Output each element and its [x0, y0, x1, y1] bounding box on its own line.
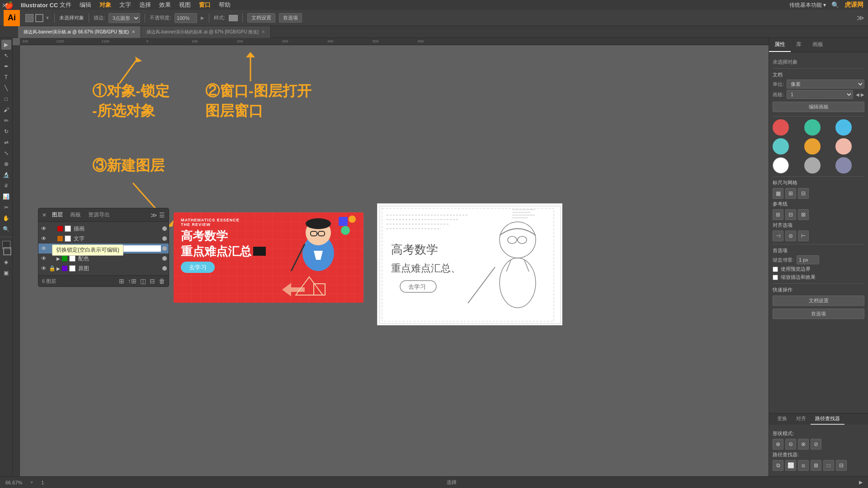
layers-close-btn[interactable]: ✕ [42, 212, 47, 218]
move-to-new-layer[interactable]: ↑⊞ [128, 277, 137, 285]
tab-copy-close[interactable]: ✕ [261, 29, 265, 34]
unit-select[interactable]: 像素 [787, 80, 864, 89]
layer-3-visibility[interactable]: 👁 [40, 245, 47, 252]
swatch-grey[interactable] [804, 157, 821, 174]
align-right[interactable]: ⊢ [798, 230, 809, 241]
scale-corners-checkbox[interactable] [773, 275, 778, 280]
layer-4-visibility[interactable]: 👁 [40, 255, 47, 262]
keyboard-increment-input[interactable] [797, 255, 819, 264]
edit-artboard-btn[interactable]: 编辑画板 [773, 102, 864, 112]
tab-copy[interactable]: 插边风-banner演示稿的副本.ai @ 67% [RGB/GPU 推送] ✕ [141, 26, 271, 38]
trim-btn[interactable]: ⬜ [785, 460, 796, 471]
new-layer-btn[interactable]: ⊞ [119, 277, 124, 285]
menu-object[interactable]: 对象 [99, 1, 111, 9]
stroke-color[interactable] [35, 14, 43, 22]
banner-btn[interactable]: 去学习 [181, 262, 215, 273]
screen-mode[interactable]: ▣ [1, 268, 11, 278]
layer-row-2[interactable]: 👁 文字 [38, 234, 169, 244]
rect-tool[interactable]: □ [1, 94, 11, 104]
swatch-peach[interactable] [835, 138, 852, 155]
chart-tool[interactable]: 📊 [1, 192, 11, 202]
opacity-input[interactable] [175, 13, 197, 23]
doc-settings-btn[interactable]: 文档设置 [247, 13, 275, 23]
quick-doc-settings[interactable]: 文档设置 [773, 296, 864, 306]
assets-tab[interactable]: 资源导出 [86, 210, 112, 220]
menu-type[interactable]: 文字 [119, 1, 131, 9]
opacity-arrow[interactable]: ▶ [201, 15, 204, 20]
workspace-selector[interactable]: 传统基本功能 ▾ [789, 1, 826, 9]
pen-tool[interactable]: ✒ [1, 61, 11, 71]
pencil-tool[interactable]: ✏ [1, 116, 11, 126]
guide-icon-3[interactable]: ⊠ [798, 209, 809, 220]
hand-tool[interactable]: ✋ [1, 213, 11, 223]
swatch-white[interactable] [773, 157, 789, 174]
guide-icon-2[interactable]: ⊟ [785, 209, 796, 220]
grid-icon-3[interactable]: ⊟ [798, 188, 809, 199]
properties-tab[interactable]: 属性 [769, 38, 791, 52]
unite-btn[interactable]: ⊕ [773, 439, 783, 450]
create-new-sublayer[interactable]: ⊟ [150, 277, 155, 285]
style-swatch[interactable] [229, 15, 238, 21]
eyedropper-tool[interactable]: 🔬 [1, 170, 11, 180]
exclude-btn[interactable]: ⊘ [811, 439, 821, 450]
preferences-btn[interactable]: 首选项 [279, 13, 302, 23]
layer-1-name[interactable]: 描画 [74, 225, 161, 233]
layer-2-name[interactable]: 文字 [74, 235, 161, 243]
swatch-teal[interactable] [804, 119, 821, 136]
swatch-cyan[interactable] [773, 138, 789, 155]
artboards-tab[interactable]: 画板 [68, 210, 83, 220]
search-icon[interactable]: 🔍 [831, 1, 839, 9]
artboards-tab-right[interactable]: 画板 [807, 38, 829, 52]
layer-5-lock[interactable]: 🔒 [48, 265, 56, 272]
fill-color[interactable] [25, 14, 33, 22]
mirror-tool[interactable]: ⇌ [1, 137, 11, 147]
type-tool[interactable]: T [1, 72, 11, 82]
align-tab[interactable]: 对齐 [792, 413, 811, 425]
menu-window[interactable]: 窗口 [199, 1, 211, 9]
slice-tool[interactable]: ✂ [1, 202, 11, 212]
intersect-btn[interactable]: ⊗ [798, 439, 809, 450]
layer-4-name[interactable]: 配色 [78, 255, 161, 263]
layer-5-expand[interactable]: ▶ [57, 266, 60, 271]
direct-select-tool[interactable]: ↖ [1, 51, 11, 61]
swatch-red[interactable] [773, 119, 789, 136]
libraries-tab[interactable]: 库 [791, 38, 807, 52]
draw-mode[interactable]: ◈ [1, 257, 11, 267]
paintbrush-tool[interactable]: 🖌 [1, 105, 11, 115]
swatch-blue[interactable] [835, 119, 852, 136]
rotate-tool[interactable]: ↻ [1, 127, 11, 136]
align-center[interactable]: ⊜ [785, 230, 796, 241]
layers-tab[interactable]: 图层 [50, 210, 65, 220]
tab-main[interactable]: 插边风-banner演示稿.ai @ 66.67% (RGB/GPU 预览) ✕ [18, 26, 141, 38]
layer-5-visibility[interactable]: 👁 [40, 265, 47, 272]
line-tool[interactable]: ╲ [1, 83, 11, 93]
menu-file[interactable]: 文件 [60, 1, 71, 9]
stroke-select[interactable]: 3点圆形 [108, 13, 140, 23]
swatch-purple-grey[interactable] [835, 157, 852, 174]
align-left[interactable]: ⊣ [773, 230, 783, 241]
pathfinder-tab[interactable]: 路径查找器 [811, 413, 844, 425]
preview-bounds-checkbox[interactable] [773, 267, 778, 272]
play-btn[interactable]: ▶ [859, 479, 863, 485]
minus-back-btn[interactable]: ⊟ [836, 460, 847, 471]
select-tool[interactable]: ▶ [1, 40, 11, 50]
transform-tab[interactable]: 变换 [773, 413, 792, 425]
canvas-area[interactable]: 300 1200 1100 0 100 200 300 400 500 600 … [13, 38, 769, 476]
crop-btn[interactable]: ⊠ [811, 460, 821, 471]
artboard-arrows[interactable]: ◀ ▶ [856, 92, 864, 97]
menu-edit[interactable]: 编辑 [80, 1, 91, 9]
stroke-swatch[interactable] [3, 247, 11, 255]
outline-btn[interactable]: □ [823, 460, 834, 471]
mesh-tool[interactable]: # [1, 181, 11, 191]
layers-panel-expand[interactable]: ≫ [151, 211, 157, 219]
grid-icon-2[interactable]: ⊞ [785, 188, 796, 199]
menu-effect[interactable]: 效果 [159, 1, 171, 9]
layers-panel-menu[interactable]: ☰ [159, 211, 165, 219]
layer-2-visibility[interactable]: 👁 [40, 235, 47, 242]
artboard-select[interactable]: 1 [787, 90, 853, 99]
layer-row-5[interactable]: 👁 🔒 ▶ 原图 [38, 263, 169, 273]
scale-tool[interactable]: ⤡ [1, 148, 11, 158]
canvas-content[interactable]: ①对象-锁定 -所选对象 ②窗口-图层打开 图层窗口 ③新建图层 [20, 45, 769, 476]
panel-toggle-icon[interactable]: ≫ [857, 14, 864, 22]
delete-layer-btn[interactable]: 🗑 [159, 277, 165, 285]
